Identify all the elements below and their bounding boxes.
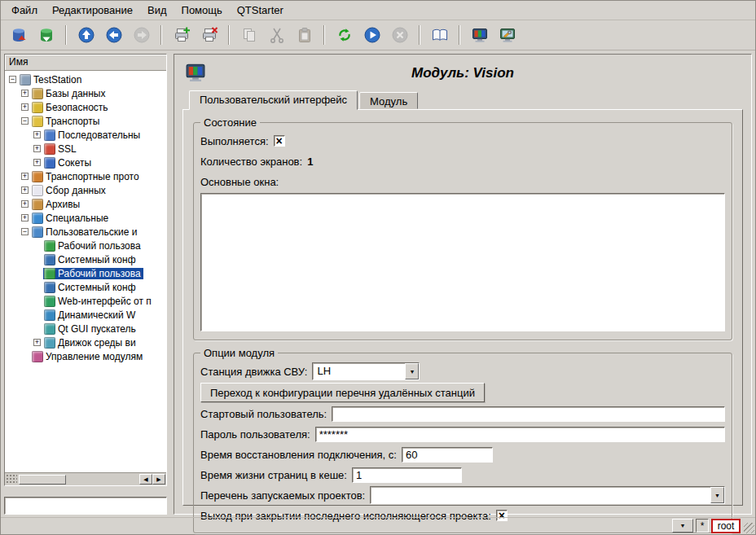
password-input[interactable] xyxy=(315,427,725,442)
chevron-down-icon[interactable]: ▼ xyxy=(405,363,419,379)
tree-item[interactable]: +Специальные xyxy=(5,211,166,225)
tree-item[interactable]: Qt GUI пускатель xyxy=(5,322,166,335)
chevron-down-icon[interactable]: ▼ xyxy=(710,487,724,503)
main-windows-textarea[interactable] xyxy=(200,193,725,331)
save-to-db-icon[interactable] xyxy=(33,23,59,48)
copy-icon[interactable] xyxy=(236,23,262,48)
status-combobox[interactable]: ▼ xyxy=(672,519,693,533)
add-item-icon[interactable] xyxy=(169,23,194,48)
tree-item-label: Безопасность xyxy=(46,102,108,113)
tree-item[interactable]: +Сбор данных xyxy=(5,183,166,197)
menu-item-редактирование[interactable]: Редактирование xyxy=(45,2,140,19)
cache-lifetime-label: Время жизни страниц в кеше: xyxy=(200,469,347,481)
tree-item[interactable]: +Транспортные прото xyxy=(5,169,166,183)
tree-filter-input[interactable] xyxy=(4,497,167,515)
expand-icon[interactable]: + xyxy=(21,90,29,97)
collapse-icon[interactable]: − xyxy=(21,117,29,125)
restore-time-input[interactable] xyxy=(402,447,493,463)
tree-item-body: Движок среды ви xyxy=(43,337,138,349)
screens-label: Количество экранов: xyxy=(200,156,302,168)
expand-icon[interactable]: + xyxy=(33,145,41,152)
qtstarter-config-icon[interactable] xyxy=(494,23,520,48)
expand-icon[interactable]: + xyxy=(33,159,41,166)
daq-icon xyxy=(32,185,43,196)
workspace: Имя −TestStation+Базы данных+Безопасност… xyxy=(1,50,755,517)
start-user-label: Стартовый пользователь: xyxy=(200,408,327,420)
tree-item[interactable]: Рабочий пользова xyxy=(5,266,166,280)
expand-icon[interactable]: + xyxy=(21,200,29,208)
load-from-db-icon[interactable] xyxy=(6,23,31,48)
tree-item-label: Движок среды ви xyxy=(58,337,136,349)
paste-icon[interactable] xyxy=(292,23,317,48)
manual-icon[interactable] xyxy=(427,23,452,48)
tree-item-body: Базы данных xyxy=(31,88,108,99)
tree-item[interactable]: −Пользовательские и xyxy=(5,225,166,239)
refresh-icon[interactable] xyxy=(332,23,357,48)
tree-item[interactable]: +Движок среды ви xyxy=(5,335,166,349)
qtstarter-vision-icon[interactable] xyxy=(467,23,492,48)
vision-icon xyxy=(44,240,55,252)
archives-icon xyxy=(32,199,43,210)
collapse-icon[interactable]: − xyxy=(9,76,16,83)
station-combobox[interactable]: LH ▼ xyxy=(312,362,420,380)
tree-item[interactable]: Системный конф xyxy=(5,280,166,294)
cut-icon[interactable] xyxy=(264,23,289,48)
current-user-badge[interactable]: root xyxy=(711,519,741,533)
cache-lifetime-input[interactable] xyxy=(352,467,462,483)
tab-bar: Пользовательский интерфейсМодуль xyxy=(182,89,743,109)
tree-item[interactable]: Управление модулям xyxy=(5,349,166,363)
tree-item[interactable]: Системный конф xyxy=(5,252,166,266)
tree-item-label: Пользовательские и xyxy=(46,226,138,238)
tab-module[interactable]: Модуль xyxy=(359,92,418,109)
tab-user-interface[interactable]: Пользовательский интерфейс xyxy=(189,90,358,110)
tree-item[interactable]: +Базы данных xyxy=(5,86,166,100)
tree-item-label: Динамический W xyxy=(58,309,135,321)
tree-item[interactable]: +Сокеты xyxy=(5,156,166,169)
tree-item[interactable]: Рабочий пользова xyxy=(5,239,166,252)
tree-item-label: Qt GUI пускатель xyxy=(58,323,136,335)
running-row: Выполняется: × xyxy=(200,132,725,150)
tree-item[interactable]: +Архивы xyxy=(5,197,166,211)
menu-item-qtstarter[interactable]: QTStarter xyxy=(230,2,291,19)
scroll-right-icon[interactable]: ▶ xyxy=(152,474,165,485)
menu-item-файл[interactable]: Файл xyxy=(4,2,45,19)
back-icon[interactable] xyxy=(101,23,126,48)
collapse-icon[interactable]: − xyxy=(21,228,29,235)
restore-time-row: Время восстановления подключения, с: xyxy=(200,445,725,463)
tree-item[interactable]: Web-интерфейс от п xyxy=(5,294,166,308)
menu-item-помощь[interactable]: Помощь xyxy=(174,2,230,19)
expand-icon[interactable]: + xyxy=(33,131,41,138)
expand-icon[interactable]: + xyxy=(21,214,29,221)
tree-item[interactable]: −TestStation xyxy=(5,72,166,86)
forward-icon[interactable] xyxy=(129,23,154,48)
tree-item-label: TestStation xyxy=(33,74,81,86)
tree-header[interactable]: Имя xyxy=(5,55,166,71)
scroll-left-icon[interactable]: ◀ xyxy=(139,474,152,485)
expand-icon[interactable]: + xyxy=(21,173,29,180)
scrollbar-thumb[interactable] xyxy=(19,475,66,485)
remote-stations-button[interactable]: Переход к конфигурации перечня удалённых… xyxy=(200,383,485,402)
projects-combobox[interactable]: ▼ xyxy=(370,486,725,504)
expand-icon[interactable]: + xyxy=(33,339,41,346)
tree-item[interactable]: +Последовательны xyxy=(5,128,166,142)
tree-item-body: Сбор данных xyxy=(31,185,108,196)
start-user-input[interactable] xyxy=(332,406,725,422)
tree-item-body: Системный конф xyxy=(43,254,138,265)
tree-item-body: Транспорты xyxy=(31,116,102,127)
toolbar xyxy=(1,20,755,50)
menu-item-вид[interactable]: Вид xyxy=(140,2,174,19)
expand-icon[interactable]: + xyxy=(21,103,29,111)
running-checkbox[interactable]: × xyxy=(274,135,285,147)
resize-grip[interactable] xyxy=(744,523,754,533)
tree-item[interactable]: +Безопасность xyxy=(5,100,166,114)
expand-icon[interactable]: + xyxy=(21,186,29,194)
tree-horizontal-scrollbar[interactable]: ◀ ▶ xyxy=(5,472,166,485)
tree-item[interactable]: −Транспорты xyxy=(5,114,166,128)
stop-updating-icon[interactable] xyxy=(387,23,412,48)
delete-item-icon[interactable] xyxy=(196,23,222,48)
up-icon[interactable] xyxy=(73,23,99,48)
start-updating-icon[interactable] xyxy=(359,23,385,48)
tree-item[interactable]: +SSL xyxy=(5,142,166,156)
tree-item[interactable]: Динамический W xyxy=(5,308,166,322)
state-group: Состояние Выполняется: × Количество экра… xyxy=(193,116,732,340)
